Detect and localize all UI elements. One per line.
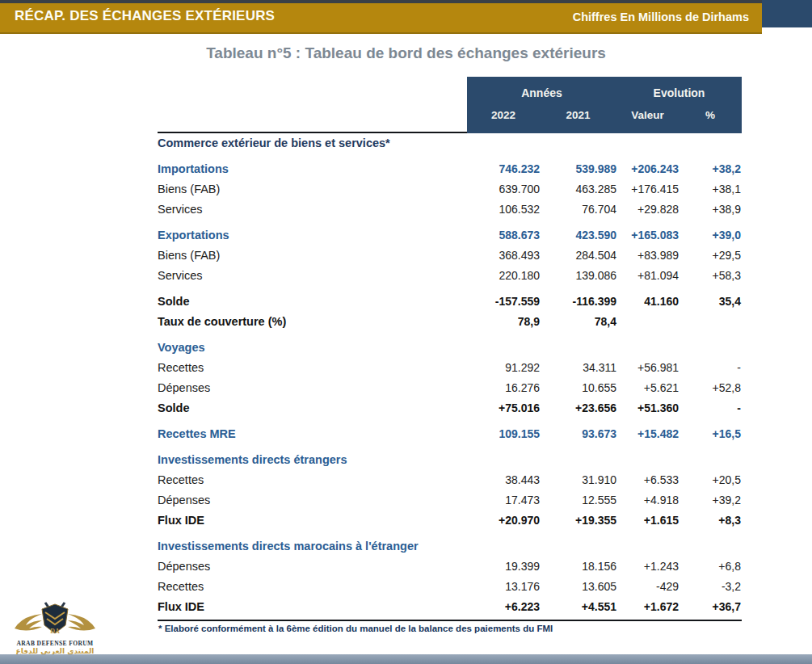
cell-pct: 35,4 [679, 292, 742, 312]
cell-2022: 220.180 [467, 266, 540, 286]
cell-2021 [540, 536, 616, 557]
cell-pct: +39,2 [679, 490, 742, 511]
cell-pct [679, 450, 742, 470]
cell-2022: 106.532 [467, 200, 540, 220]
row-label: Services [158, 200, 467, 220]
cell-2021: 10.655 [540, 378, 616, 398]
cell-2021 [540, 450, 616, 470]
cell-2022: 588.673 [467, 225, 540, 246]
cell-valeur: +1.243 [616, 557, 679, 577]
cell-2022 [467, 450, 540, 470]
table-row: Flux IDE +6.223 +4.551 +1.672 +36,7 [158, 597, 742, 617]
table-row: Biens (FAB) 368.493 284.504 +83.989 +29,… [158, 246, 742, 266]
cell-2021: 284.504 [540, 246, 616, 266]
cell-valeur [616, 450, 679, 470]
cell-2022: 38.443 [467, 470, 540, 490]
cell-2022: +75.016 [467, 398, 540, 418]
cell-valeur: +206.243 [616, 159, 679, 179]
table-row: Investissements directs étrangers [158, 450, 742, 470]
svg-text:DA: DA [50, 628, 60, 635]
cell-valeur: +81.094 [616, 266, 679, 286]
table-row: Investissements directs marocains à l'ét… [158, 536, 742, 557]
cell-pct: -3,2 [679, 577, 742, 597]
table-row: Dépenses 17.473 12.555 +4.918 +39,2 [158, 490, 742, 511]
row-label: Solde [158, 398, 467, 418]
table-row: Solde -157.559 -116.399 41.160 35,4 [158, 292, 742, 312]
row-label: Solde [158, 292, 467, 312]
row-label: Commerce extérieur de biens et services* [158, 133, 467, 153]
banner-title: RÉCAP. DES ÉCHANGES EXTÉRIEURS [15, 8, 275, 24]
cell-valeur: +83.989 [616, 246, 679, 266]
cell-2022: -157.559 [467, 292, 540, 312]
cell-valeur: 41.160 [616, 292, 679, 312]
cell-valeur: +15.482 [616, 424, 679, 444]
table-row: Voyages [158, 338, 742, 358]
footnote: * Elaboré conformément à la 6ème édition… [158, 624, 553, 633]
cell-valeur: +51.360 [616, 398, 679, 418]
column-group-annees: Années [467, 77, 616, 109]
row-label: Recettes [158, 358, 467, 378]
cell-valeur: +1.672 [616, 597, 679, 617]
table-row: Commerce extérieur de biens et services* [158, 133, 742, 153]
eagle-shield-icon: DA [10, 601, 100, 637]
cell-2021: +19.355 [540, 511, 616, 531]
cell-2021: 463.285 [540, 179, 616, 200]
cell-pct: +6,8 [679, 557, 742, 577]
cell-pct: +38,1 [679, 179, 742, 200]
cell-valeur [616, 536, 679, 557]
column-group-evolution: Evolution [616, 77, 742, 109]
cell-pct: +52,8 [679, 378, 742, 398]
table-row: Recettes 13.176 13.605 -429 -3,2 [158, 577, 742, 597]
row-label: Exportations [158, 225, 467, 246]
cell-valeur: +6.533 [616, 470, 679, 490]
cell-valeur: +5.621 [616, 378, 679, 398]
cell-pct [679, 312, 742, 332]
cell-pct [679, 338, 742, 358]
table-row: Recettes 38.443 31.910 +6.533 +20,5 [158, 470, 742, 490]
cell-2022: 13.176 [467, 577, 540, 597]
row-label: Investissements directs marocains à l'ét… [158, 536, 467, 557]
document-page: RÉCAP. DES ÉCHANGES EXTÉRIEURS Chiffres … [0, 0, 812, 664]
cell-2022: 91.292 [467, 358, 540, 378]
row-label: Dépenses [158, 378, 467, 398]
cell-pct: +36,7 [679, 597, 742, 617]
cell-2021: 13.605 [540, 577, 616, 597]
banner-corner-block [762, 0, 812, 27]
cell-2021: 93.673 [540, 424, 616, 444]
cell-2022: 639.700 [467, 179, 540, 200]
cell-valeur: +165.083 [616, 225, 679, 246]
row-label: Voyages [158, 338, 467, 358]
banner-bar: RÉCAP. DES ÉCHANGES EXTÉRIEURS Chiffres … [0, 3, 762, 34]
table-body: Commerce extérieur de biens et services*… [158, 133, 742, 617]
cell-pct: +16,5 [679, 424, 742, 444]
cell-valeur: +29.828 [616, 200, 679, 220]
table-row: Biens (FAB) 639.700 463.285 +176.415 +38… [158, 179, 742, 200]
cell-2022: 16.276 [467, 378, 540, 398]
cell-2021: 12.555 [540, 490, 616, 511]
cell-2021: 34.311 [540, 358, 616, 378]
cell-2021: 139.086 [540, 266, 616, 286]
cell-2021: 76.704 [540, 200, 616, 220]
cell-2022: 746.232 [467, 159, 540, 179]
cell-valeur [616, 312, 679, 332]
cell-pct: +8,3 [679, 511, 742, 531]
cell-2021: +23.656 [540, 398, 616, 418]
row-label: Importations [158, 159, 467, 179]
cell-2022 [467, 338, 540, 358]
cell-2022: +6.223 [467, 597, 540, 617]
cell-pct: +38,9 [679, 200, 742, 220]
cell-valeur: -429 [616, 577, 679, 597]
cell-valeur: +4.918 [616, 490, 679, 511]
cell-2021: 18.156 [540, 557, 616, 577]
cell-2022: 78,9 [467, 312, 540, 332]
table-row: Dépenses 16.276 10.655 +5.621 +52,8 [158, 378, 742, 398]
cell-pct: +39,0 [679, 225, 742, 246]
column-header-valeur: Valeur [616, 109, 679, 133]
page-title: Tableau n°5 : Tableau de bord des échang… [0, 44, 812, 62]
cell-2022: 368.493 [467, 246, 540, 266]
cell-valeur: +56.981 [616, 358, 679, 378]
row-label: Recettes [158, 470, 467, 490]
cell-2021: 539.989 [540, 159, 616, 179]
cell-valeur [616, 133, 679, 153]
cell-pct: +38,2 [679, 159, 742, 179]
